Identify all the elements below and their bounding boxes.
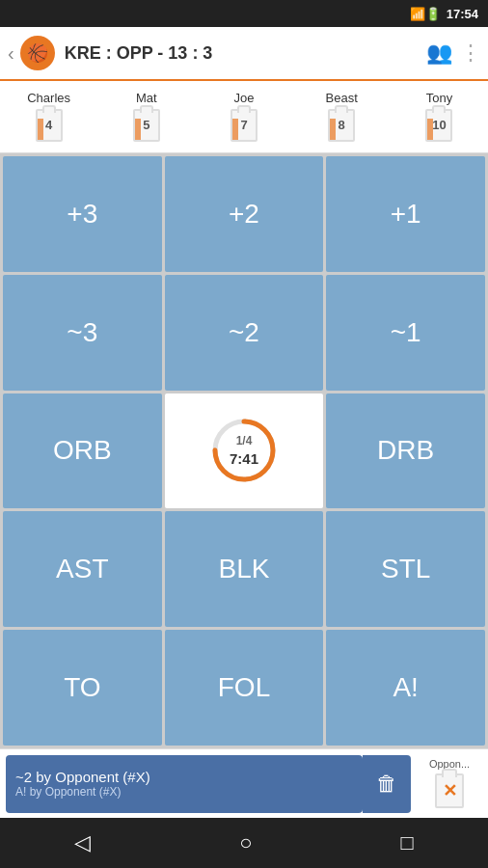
player-tab-charles[interactable]: Charles 4 — [0, 81, 97, 152]
status-bar: 📶🔋 17:54 — [0, 0, 488, 27]
timer-quarter: 1/4 — [230, 434, 258, 449]
plus1-button[interactable]: +1 — [326, 156, 485, 272]
plus2-button[interactable]: +2 — [165, 156, 324, 272]
to-button[interactable]: TO — [3, 630, 162, 746]
jersey-stripe — [135, 119, 141, 140]
people-icon[interactable]: 👥 — [426, 41, 452, 66]
minus3-button[interactable]: ~3 — [3, 275, 162, 391]
jersey-joe: 7 — [229, 107, 259, 144]
overflow-menu-icon[interactable]: ⋮ — [460, 41, 480, 66]
jersey-shape: 8 — [328, 109, 355, 142]
opponent-x-mark: ✕ — [443, 780, 457, 801]
jersey-stripe — [38, 119, 43, 140]
nav-actions: 👥 ⋮ — [426, 41, 480, 66]
app-logo: 🏀 — [20, 36, 55, 70]
jersey-shape: 5 — [133, 109, 160, 142]
bottom-bar: ~2 by Opponent (#X) A! by Opponent (#X) … — [0, 748, 488, 818]
stl-button[interactable]: STL — [326, 511, 485, 627]
ast-button[interactable]: AST — [3, 511, 162, 627]
jersey-charles: 4 — [34, 107, 65, 144]
jersey-stripe — [330, 119, 336, 140]
blk-button[interactable]: BLK — [165, 511, 324, 627]
player-name-tony: Tony — [426, 91, 452, 105]
opponent-area: Oppon... ✕ — [411, 758, 488, 810]
player-name-mat: Mat — [136, 91, 157, 105]
bottom-nav: ◁ ○ □ — [0, 818, 488, 868]
drb-button[interactable]: DRB — [326, 393, 485, 509]
jersey-tony: 10 — [423, 107, 454, 144]
player-tab-beast[interactable]: Beast 8 — [293, 81, 391, 152]
timer-text: 1/4 7:41 — [230, 434, 258, 468]
timer-circle: 1/4 7:41 — [210, 417, 278, 484]
jersey-stripe — [232, 119, 238, 140]
jersey-number: 4 — [45, 118, 52, 132]
timer-time: 7:41 — [230, 449, 258, 469]
jersey-shape: 4 — [36, 109, 63, 142]
timer-button[interactable]: 1/4 7:41 — [165, 393, 324, 509]
status-icons: 📶🔋 — [410, 7, 441, 21]
a-button[interactable]: A! — [326, 630, 485, 746]
minus1-button[interactable]: ~1 — [326, 275, 485, 391]
notification-area: ~2 by Opponent (#X) A! by Opponent (#X) — [6, 755, 363, 813]
player-name-charles: Charles — [27, 91, 70, 105]
back-icon[interactable]: ‹ — [8, 42, 14, 65]
fol-button[interactable]: FOL — [165, 630, 324, 746]
opponent-jersey: ✕ — [432, 772, 467, 810]
notification-sub: A! by Opponent (#X) — [15, 785, 353, 799]
main-grid: +3 +2 +1 ~3 ~2 ~1 ORB 1/4 7:41 DRB AST B… — [0, 153, 488, 748]
jersey-number: 7 — [240, 118, 247, 132]
recents-nav-button[interactable]: □ — [382, 823, 433, 863]
jersey-number: 8 — [339, 118, 345, 132]
back-nav-button[interactable]: ◁ — [55, 823, 110, 863]
game-title: KRE : OPP - 13 : 3 — [65, 43, 426, 64]
jersey-number: 5 — [143, 118, 149, 132]
jersey-mat: 5 — [131, 107, 162, 144]
player-tab-tony[interactable]: Tony 10 — [391, 81, 488, 152]
plus3-button[interactable]: +3 — [3, 156, 162, 272]
jersey-shape: 7 — [230, 109, 258, 142]
notification-delete-button[interactable]: 🗑 — [363, 755, 411, 813]
player-name-joe: Joe — [234, 91, 255, 105]
jersey-number: 10 — [432, 118, 446, 132]
jersey-beast: 8 — [326, 107, 357, 144]
jersey-shape: 10 — [425, 109, 452, 142]
player-tabs: Charles 4 Mat 5 Joe 7 — [0, 81, 488, 153]
opponent-jersey-shape: ✕ — [435, 773, 464, 808]
orb-button[interactable]: ORB — [3, 393, 162, 509]
player-name-beast: Beast — [326, 91, 358, 105]
trash-icon: 🗑 — [376, 772, 397, 797]
home-nav-button[interactable]: ○ — [220, 823, 271, 863]
notification-main: ~2 by Opponent (#X) — [15, 769, 353, 785]
player-tab-mat[interactable]: Mat 5 — [97, 81, 195, 152]
nav-bar: ‹ 🏀 KRE : OPP - 13 : 3 👥 ⋮ — [0, 27, 488, 81]
player-tab-joe[interactable]: Joe 7 — [195, 81, 292, 152]
status-time: 17:54 — [447, 7, 478, 21]
minus2-button[interactable]: ~2 — [165, 275, 324, 391]
